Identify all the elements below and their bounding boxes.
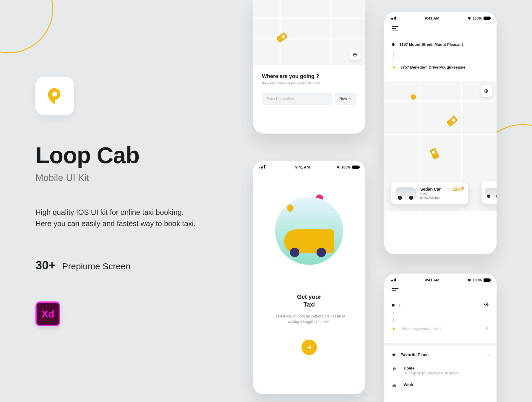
search-block: | ➤ Where you want to go ?	[384, 295, 497, 341]
home-icon	[392, 367, 397, 372]
status-right: ✱ 100%	[337, 165, 359, 169]
locate-button[interactable]	[349, 49, 361, 60]
next-button[interactable]	[301, 340, 317, 355]
map-road	[330, 0, 331, 65]
status-bar: 9:41 AM ✱ 100%	[253, 161, 365, 172]
xd-badge: Xd	[35, 302, 60, 326]
battery-label: 100%	[341, 165, 351, 169]
battery-icon	[484, 17, 490, 20]
route-line-icon	[393, 312, 394, 322]
svg-rect-7	[264, 166, 265, 168]
favorite-label: Favorite Place	[400, 352, 429, 357]
svg-rect-4	[259, 167, 260, 168]
svg-point-3	[355, 54, 356, 55]
map-road	[384, 134, 497, 135]
onboarding-title: Get your Taxi	[253, 293, 365, 308]
svg-rect-5	[261, 167, 262, 168]
place-address: 50 , Nagaraj cplx, ,nagarajcplx, bangalo…	[404, 372, 489, 375]
decorative-arc-tl	[0, 0, 60, 60]
status-right: ✱ 100%	[468, 278, 490, 282]
chevron-down-icon	[349, 97, 352, 100]
dropoff-row[interactable]: ➤ 3757 Benedum Drive Poughkeepsie	[392, 60, 489, 74]
onb-title-1: Get your	[297, 294, 321, 300]
crosshair-icon	[352, 52, 358, 57]
address-block: 1157 Mount Street, Mount Pleasant ➤ 3757…	[384, 33, 497, 81]
svg-rect-16	[394, 279, 395, 281]
map-origin-icon	[411, 94, 416, 100]
place-name: Work	[404, 382, 489, 387]
chevron-right-icon: ›	[487, 352, 489, 357]
menu-button[interactable]	[392, 25, 398, 32]
clock-label: 9:41 AM	[295, 165, 310, 169]
favorite-place-row[interactable]: ★ Favorite Place ›	[384, 347, 497, 362]
pin-logo-icon	[46, 87, 64, 105]
car-seat: 4 seat	[420, 192, 464, 195]
pin-yellow-icon	[286, 203, 295, 212]
schedule-now-button[interactable]: Now	[335, 93, 356, 105]
svg-rect-11	[395, 17, 396, 20]
svg-rect-9	[392, 18, 393, 20]
clock-label: 9:41 AM	[425, 16, 439, 20]
dot-icon	[392, 43, 395, 46]
car-info: Sedan Car 126 ₹ 4 seat 02:33 AM drop	[420, 187, 464, 200]
divider	[384, 343, 497, 346]
svg-point-1	[52, 92, 57, 97]
car-name: Sedan Car	[420, 187, 441, 192]
svg-rect-17	[395, 278, 396, 281]
onboarding-illustration	[253, 172, 365, 278]
current-location-input[interactable]: |	[399, 303, 479, 307]
svg-rect-10	[394, 17, 395, 20]
mockup-onboarding: 9:41 AM ✱ 100% Get your Taxi Fastest way…	[253, 161, 365, 394]
current-location-row[interactable]: |	[392, 298, 489, 312]
map-road	[280, 0, 280, 65]
place-name: Home	[404, 366, 489, 370]
briefcase-icon	[392, 383, 397, 389]
hero-panel: Loop Cab Mobile UI Kit High quality IOS …	[35, 77, 219, 326]
product-title: Loop Cab	[35, 142, 219, 169]
arrow-right-icon	[306, 344, 312, 351]
car-thumbnail-icon	[485, 188, 497, 197]
destination-sheet: Where are you going ? Book on demand or …	[253, 65, 365, 114]
xd-label: Xd	[41, 308, 54, 320]
pickup-row[interactable]: 1157 Mount Street, Mount Pleasant	[392, 38, 489, 51]
clock-label: 9:41 AM	[425, 278, 439, 282]
mockup-search-destination: 9:41 AM ✱ 100% | ➤ Where you want to go …	[384, 274, 497, 402]
locate-button[interactable]	[481, 85, 492, 97]
destination-input[interactable]: Where you want to go ?	[400, 327, 480, 331]
car-illustration-icon	[284, 229, 334, 253]
dot-icon	[392, 304, 395, 307]
battery-label: 100%	[473, 278, 482, 282]
car-price: 126 ₹	[452, 187, 464, 192]
bluetooth-icon: ✱	[468, 278, 471, 282]
destination-input[interactable]: Enter Destination	[262, 93, 332, 105]
taxi-icon	[430, 148, 439, 159]
screen-count-number: 30+	[35, 259, 56, 272]
status-bar: 9:41 AM ✱ 100%	[384, 274, 497, 285]
mockup-route-select: 9:41 AM ✱ 100% 1157 Mount Street, Mount …	[384, 12, 497, 254]
destination-row[interactable]: ➤ Where you want to go ?	[392, 322, 489, 336]
map-area[interactable]: Sedan Car 126 ₹ 4 seat 02:33 AM drop	[384, 81, 497, 211]
product-subtitle: Mobile UI Kit	[35, 172, 219, 183]
sheet-title: Where are you going ?	[262, 73, 356, 80]
svg-rect-14	[391, 280, 392, 281]
svg-point-19	[486, 304, 487, 305]
menu-button[interactable]	[392, 287, 398, 294]
desc-line-1: High quality IOS UI kit for online taxi …	[35, 208, 184, 216]
crosshair-icon[interactable]	[484, 302, 489, 308]
car-thumbnail-icon	[395, 187, 417, 199]
route-line-icon	[393, 51, 394, 60]
battery-icon	[352, 166, 359, 169]
star-icon: ★	[392, 352, 396, 357]
car-option-card[interactable]: Sedan Car 126 ₹ 4 seat 02:33 AM drop	[391, 182, 468, 204]
sheet-subtitle: Book on demand or pre - schedule rides	[262, 81, 356, 85]
onb-title-2: Taxi	[304, 301, 315, 308]
desc-line-2: Here you can easily and fastest way to b…	[35, 219, 196, 228]
map-area[interactable]	[253, 0, 365, 65]
saved-place-home[interactable]: Home 50 , Nagaraj cplx, ,nagarajcplx, ba…	[384, 362, 497, 379]
saved-place-work[interactable]: Work	[384, 379, 497, 391]
status-bar: 9:41 AM ✱ 100%	[384, 12, 497, 23]
crosshair-icon	[484, 88, 489, 94]
car-option-next[interactable]	[482, 181, 497, 204]
taxi-icon	[447, 116, 458, 127]
now-label: Now	[340, 97, 347, 101]
